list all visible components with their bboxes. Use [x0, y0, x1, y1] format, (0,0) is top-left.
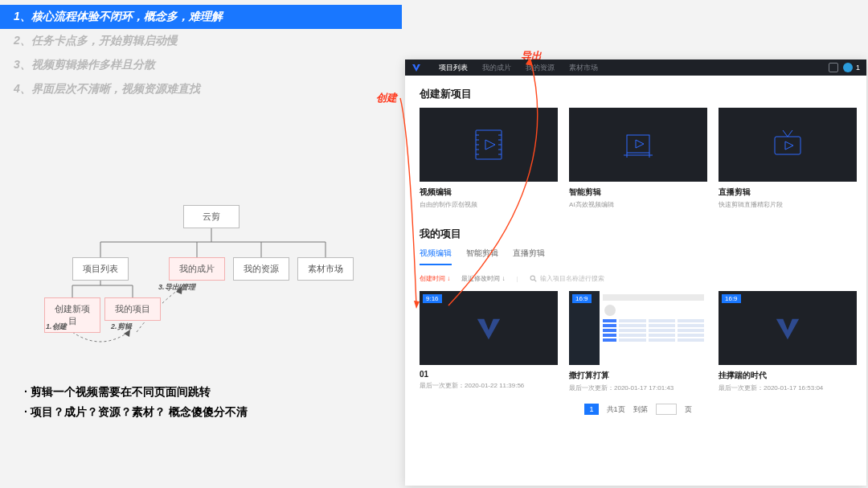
issue-item-1[interactable]: 1、核心流程体验不闭环，概念多，难理解: [0, 5, 402, 29]
create-card-smart[interactable]: 智能剪辑 AI高效视频编辑: [569, 108, 707, 209]
tv-play-icon: [719, 108, 857, 182]
svg-line-29: [534, 280, 536, 281]
page-total: 共1页: [607, 404, 625, 415]
issue-item-2[interactable]: 2、任务卡点多，开始剪辑启动慢: [0, 29, 402, 53]
my-tabs: 视频编辑 智能剪辑 直播剪辑: [420, 248, 857, 266]
nav-item-market[interactable]: 素材市场: [569, 63, 598, 73]
svg-line-26: [783, 130, 788, 137]
conclusion-line-1: · 剪辑一个视频需要在不同页面间跳转: [24, 382, 248, 402]
create-card-live[interactable]: 直播剪辑 快速剪辑直播精彩片段: [719, 108, 857, 209]
create-card-video-label: 视频编辑: [420, 187, 558, 198]
tab-video[interactable]: 视频编辑: [420, 248, 452, 265]
my-section-title: 我的项目: [420, 227, 857, 241]
svg-rect-25: [775, 137, 800, 154]
tree-node-output: 我的成片: [169, 257, 225, 281]
tree-root: 云剪: [183, 205, 240, 228]
app-window: 项目列表 我的成片 我的资源 素材市场 1 创建新项目 视频编辑 自由的制作原创…: [405, 59, 866, 486]
create-card-video[interactable]: 视频编辑 自由的制作原创视频: [420, 108, 558, 209]
tab-smart[interactable]: 智能剪辑: [466, 248, 498, 265]
issue-item-4[interactable]: 4、界面层次不清晰，视频资源难直找: [0, 77, 402, 101]
svg-point-28: [530, 276, 534, 280]
nav-item-resource[interactable]: 我的资源: [526, 63, 555, 73]
project-name: 撒打算打算: [569, 370, 707, 381]
filter-modified[interactable]: 最近修改时间 ↓: [461, 274, 505, 283]
conclusion: · 剪辑一个视频需要在不同页面间跳转 · 项目？成片？资源？素材？ 概念傻傻分不…: [24, 382, 248, 422]
page-goto-label: 到第: [633, 404, 648, 415]
create-card-live-label: 直播剪辑: [719, 187, 857, 198]
project-card-1[interactable]: 9:16 01 最后一次更新：2020-01-22 11:39:56: [420, 291, 558, 392]
nav-badge: 1: [856, 64, 860, 72]
user-avatar[interactable]: [843, 63, 853, 72]
tree-label-1: 1.创建: [46, 322, 67, 332]
project-card-2[interactable]: 16:9 撒打算打算: [569, 291, 707, 392]
conclusion-line-2: · 项目？成片？资源？素材？ 概念傻傻分不清: [24, 402, 248, 422]
page-goto-input[interactable]: [656, 404, 677, 415]
tree-node-resource: 我的资源: [233, 257, 289, 281]
tab-live[interactable]: 直播剪辑: [513, 248, 545, 265]
nav-item-projects[interactable]: 项目列表: [439, 63, 468, 73]
site-map-tree: 云剪 项目列表 我的成片 我的资源 素材市场 创建新项目 我的项目 1.创建 2…: [24, 205, 362, 366]
annotation-create: 创建: [376, 91, 397, 105]
create-card-live-sub: 快速剪辑直播精彩片段: [719, 200, 857, 209]
project-name: 挂撑踹的时代: [719, 370, 857, 381]
film-strip-icon: [420, 108, 558, 182]
project-time: 最后一次更新：2020-01-17 16:53:04: [719, 383, 857, 392]
tree-label-3: 3.导出/管理: [158, 282, 195, 293]
project-time: 最后一次更新：2020-01-22 11:39:56: [420, 381, 558, 390]
aspect-badge: 16:9: [722, 294, 741, 303]
checkbox-icon[interactable]: [829, 63, 838, 72]
project-time: 最后一次更新：2020-01-17 17:01:43: [569, 383, 707, 392]
search-input[interactable]: 输入项目名称进行搜索: [530, 274, 604, 283]
pagination: 1 共1页 到第 页: [420, 404, 857, 415]
create-card-video-sub: 自由的制作原创视频: [420, 200, 558, 209]
create-card-smart-label: 智能剪辑: [569, 187, 707, 198]
page-current[interactable]: 1: [584, 404, 598, 415]
project-logo-icon: [475, 314, 502, 342]
tree-node-my: 我的项目: [104, 297, 161, 321]
app-logo-icon: [411, 63, 421, 72]
crop-play-icon: [569, 108, 707, 182]
project-logo-icon: [774, 314, 801, 342]
aspect-badge: 16:9: [572, 294, 592, 303]
page-goto-suffix: 页: [685, 404, 692, 415]
tree-label-2: 2.剪辑: [111, 322, 132, 332]
svg-rect-21: [627, 135, 649, 153]
tree-node-projects: 项目列表: [72, 257, 129, 281]
nav-item-output[interactable]: 我的成片: [482, 63, 511, 73]
tree-node-market: 素材市场: [297, 257, 354, 281]
aspect-badge: 9:16: [423, 294, 442, 303]
svg-line-27: [788, 130, 792, 137]
search-placeholder: 输入项目名称进行搜索: [540, 274, 604, 283]
filter-created[interactable]: 创建时间 ↓: [420, 274, 450, 283]
create-card-smart-sub: AI高效视频编辑: [569, 200, 707, 209]
svg-rect-10: [476, 130, 502, 159]
create-section-title: 创建新项目: [420, 87, 857, 101]
project-card-3[interactable]: 16:9 挂撑踹的时代 最后一次更新：2020-01-17 16:53:04: [719, 291, 857, 392]
issue-item-3[interactable]: 3、视频剪辑操作多样且分散: [0, 53, 402, 77]
search-icon: [530, 275, 537, 282]
app-navbar: 项目列表 我的成片 我的资源 素材市场 1: [405, 59, 866, 76]
project-name: 01: [420, 370, 558, 379]
